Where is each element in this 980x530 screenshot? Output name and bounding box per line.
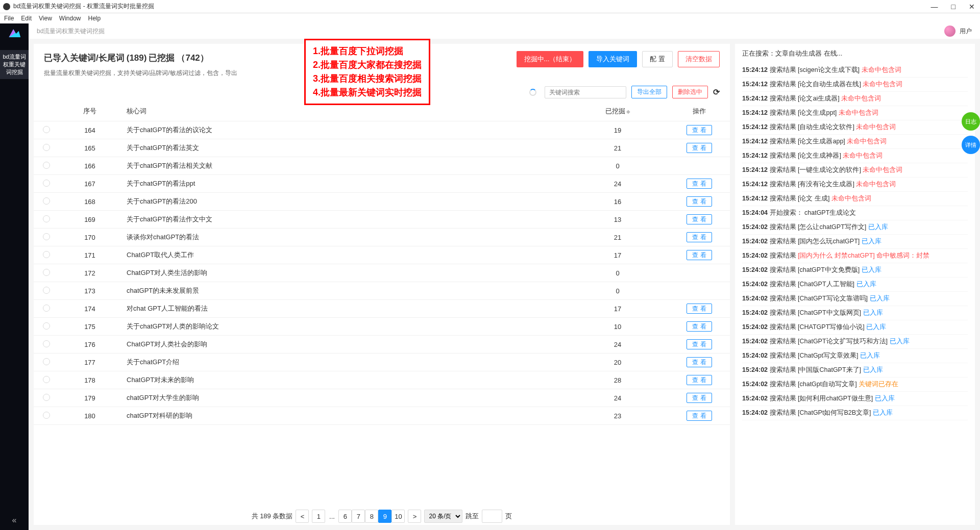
next-page-button[interactable]: > xyxy=(408,510,421,523)
log-item: 15:24:02 搜索结果 [如何利用chatGPT做生意] 已入库 xyxy=(742,392,968,406)
row-radio[interactable] xyxy=(43,394,50,401)
page-9[interactable]: 9 xyxy=(378,510,391,523)
row-radio[interactable] xyxy=(43,412,50,419)
cell-keyword: 关于chatGPT对人类的影响论文 xyxy=(120,318,567,336)
delete-selected-button[interactable]: 删除选中 xyxy=(672,86,708,98)
cell-seq: 177 xyxy=(59,354,120,371)
log-item: 15:24:02 搜索结果 [ChatGPt如何写B2B文章] 已入库 xyxy=(742,406,968,420)
page-size-select[interactable]: 20 条/页 xyxy=(424,510,462,523)
refresh-icon[interactable]: ⟳ xyxy=(713,87,720,97)
log-item: 15:24:12 搜索结果 [scigen论文生成下载] 未命中包含词 xyxy=(742,63,968,78)
page-10[interactable]: 10 xyxy=(391,510,405,523)
start-dig-button[interactable]: 挖掘中...（结束） xyxy=(517,51,584,67)
table-row: 172 ChatGPT对人类生活的影响 0 xyxy=(34,264,730,282)
table-row: 177 关于chatGPT介绍 20 查 看 xyxy=(34,354,730,371)
table-row: 167 关于chatGPT的看法ppt 24 查 看 xyxy=(34,175,730,193)
menu-view[interactable]: View xyxy=(39,15,52,22)
log-item: 15:24:12 搜索结果 [论文自动生成器在线] 未命中包含词 xyxy=(742,78,968,92)
page-suffix: 页 xyxy=(505,512,512,521)
cell-keyword: ChatGPT取代人类工作 xyxy=(120,246,567,264)
row-radio[interactable] xyxy=(43,305,50,312)
annotation-overlay: 1.批量百度下拉词挖掘2.批量百度大家都在搜挖掘3.批量百度相关搜索词挖掘4.批… xyxy=(304,39,430,105)
menu-edit[interactable]: Edit xyxy=(21,15,32,22)
row-radio[interactable] xyxy=(43,358,50,365)
avatar[interactable] xyxy=(944,26,955,37)
cell-dug: 0 xyxy=(567,282,669,300)
export-all-button[interactable]: 导出全部 xyxy=(631,86,667,98)
row-radio[interactable] xyxy=(43,269,50,276)
row-radio[interactable] xyxy=(43,162,50,169)
clear-data-button[interactable]: 清空数据 xyxy=(678,51,720,67)
cell-seq: 167 xyxy=(59,175,120,193)
close-button[interactable]: ✕ xyxy=(967,3,977,11)
cell-seq: 180 xyxy=(59,407,120,425)
cell-keyword: 谈谈你对chatGPT的看法 xyxy=(120,229,567,246)
log-item: 15:24:04 开始搜索： chatGPT生成论文 xyxy=(742,206,968,220)
view-button[interactable]: 查 看 xyxy=(687,393,712,403)
log-item: 15:24:02 搜索结果 [ChatGPT论文扩写技巧和方法] 已入库 xyxy=(742,335,968,349)
row-radio[interactable] xyxy=(43,322,50,330)
view-button[interactable]: 查 看 xyxy=(687,232,712,242)
row-radio[interactable] xyxy=(43,197,50,205)
page-8[interactable]: 8 xyxy=(365,510,378,523)
jump-page-input[interactable] xyxy=(482,510,502,523)
user-label[interactable]: 用户 xyxy=(960,27,972,36)
view-button[interactable]: 查 看 xyxy=(687,143,712,153)
row-radio[interactable] xyxy=(43,340,50,347)
main-panel: 已导入关键词/长尾词(189) 已挖掘（742） 批量流量权重关键词挖掘，支持关… xyxy=(34,44,730,525)
view-button[interactable]: 查 看 xyxy=(687,196,712,207)
minimize-button[interactable]: — xyxy=(929,3,940,11)
cell-dug: 0 xyxy=(567,264,669,282)
view-button[interactable]: 查 看 xyxy=(687,179,712,189)
log-item: 15:24:12 搜索结果 [论文生成ppt] 未命中包含词 xyxy=(742,106,968,120)
row-radio[interactable] xyxy=(43,376,50,383)
view-button[interactable]: 查 看 xyxy=(687,411,712,421)
log-item: 15:24:12 搜索结果 [一键生成论文的软件] 未命中包含词 xyxy=(742,163,968,178)
view-button[interactable]: 查 看 xyxy=(687,375,712,385)
table-row: 179 chatGPT对大学生的影响 24 查 看 xyxy=(34,389,730,407)
row-radio[interactable] xyxy=(43,180,50,187)
row-radio[interactable] xyxy=(43,251,50,258)
table-row: 173 chatGPT的未来发展前景 0 xyxy=(34,282,730,300)
cell-dug: 24 xyxy=(567,389,669,407)
float-tab-log[interactable]: 日志 xyxy=(962,112,980,131)
row-radio[interactable] xyxy=(43,144,50,151)
cell-seq: 164 xyxy=(59,121,120,139)
cell-seq: 175 xyxy=(59,318,120,336)
view-button[interactable]: 查 看 xyxy=(687,321,712,332)
cell-keyword: ChatGPT对未来的影响 xyxy=(120,371,567,389)
keyword-search-input[interactable] xyxy=(545,86,626,98)
view-button[interactable]: 查 看 xyxy=(687,339,712,349)
page-1[interactable]: 1 xyxy=(312,510,325,523)
menu-help[interactable]: Help xyxy=(88,15,101,22)
logo-icon xyxy=(7,27,21,41)
view-button[interactable]: 查 看 xyxy=(687,125,712,135)
view-button[interactable]: 查 看 xyxy=(687,250,712,260)
table-row: 166 关于chatGPT的看法相关文献 0 xyxy=(34,157,730,175)
row-radio[interactable] xyxy=(43,233,50,240)
view-button[interactable]: 查 看 xyxy=(687,357,712,367)
cell-dug: 24 xyxy=(567,336,669,354)
breadcrumb-bar: bd流量词权重关键词挖掘 用户 xyxy=(29,23,980,39)
float-tab-detail[interactable]: 详情 xyxy=(962,136,980,154)
import-keywords-button[interactable]: 导入关键词 xyxy=(589,51,637,67)
row-radio[interactable] xyxy=(43,287,50,294)
view-button[interactable]: 查 看 xyxy=(687,214,712,224)
sidebar-tab-keyword-dig[interactable]: bd流量词权重关键词挖掘 xyxy=(0,50,29,79)
cell-seq: 170 xyxy=(59,229,120,246)
sidebar-collapse-icon[interactable]: « xyxy=(12,516,17,525)
row-radio[interactable] xyxy=(43,126,50,133)
page-7[interactable]: 7 xyxy=(352,510,365,523)
cell-keyword: ChatGPT对人类社会的影响 xyxy=(120,336,567,354)
col-dug[interactable]: 已挖掘◆ xyxy=(567,102,669,121)
log-item: 15:24:12 搜索结果 [论文生成神器] 未命中包含词 xyxy=(742,149,968,163)
maximize-button[interactable]: □ xyxy=(949,3,958,11)
cell-keyword: 关于chatGPT介绍 xyxy=(120,354,567,371)
menu-file[interactable]: File xyxy=(4,15,14,22)
view-button[interactable]: 查 看 xyxy=(687,304,712,314)
prev-page-button[interactable]: < xyxy=(296,510,309,523)
page-6[interactable]: 6 xyxy=(338,510,352,523)
menu-window[interactable]: Window xyxy=(59,15,81,22)
row-radio[interactable] xyxy=(43,215,50,222)
config-button[interactable]: 配 置 xyxy=(642,51,673,67)
